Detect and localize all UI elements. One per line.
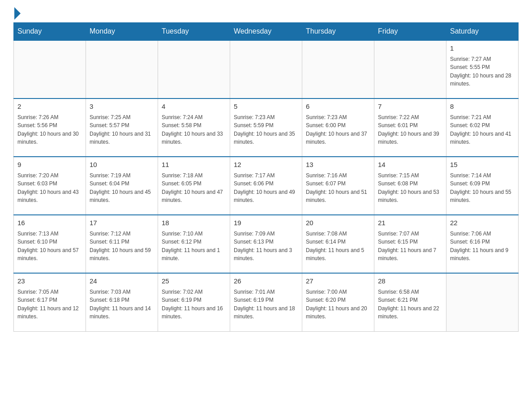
day-number: 7 [378, 102, 442, 112]
calendar-cell: 10Sunrise: 7:19 AM Sunset: 6:04 PM Dayli… [86, 157, 158, 215]
day-info: Sunrise: 7:22 AM Sunset: 6:01 PM Dayligh… [378, 113, 442, 146]
day-number: 9 [17, 160, 82, 170]
calendar-cell: 25Sunrise: 7:02 AM Sunset: 6:19 PM Dayli… [158, 273, 230, 331]
day-number: 2 [17, 102, 82, 112]
calendar-cell: 13Sunrise: 7:16 AM Sunset: 6:07 PM Dayli… [302, 157, 374, 215]
day-number: 4 [162, 102, 226, 112]
header-thursday: Thursday [302, 23, 374, 41]
day-info: Sunrise: 7:25 AM Sunset: 5:57 PM Dayligh… [90, 113, 154, 146]
calendar-cell [374, 40, 446, 98]
day-info: Sunrise: 7:10 AM Sunset: 6:12 PM Dayligh… [162, 230, 226, 263]
day-number: 25 [162, 276, 226, 287]
day-number: 8 [450, 102, 515, 112]
day-number: 20 [306, 218, 370, 228]
calendar-cell: 28Sunrise: 6:58 AM Sunset: 6:21 PM Dayli… [374, 273, 446, 331]
calendar-cell: 8Sunrise: 7:21 AM Sunset: 6:02 PM Daylig… [446, 98, 519, 157]
day-number: 13 [306, 160, 370, 170]
day-info: Sunrise: 7:21 AM Sunset: 6:02 PM Dayligh… [450, 113, 515, 146]
calendar-cell: 21Sunrise: 7:07 AM Sunset: 6:15 PM Dayli… [374, 215, 446, 273]
day-info: Sunrise: 7:09 AM Sunset: 6:13 PM Dayligh… [234, 230, 298, 263]
calendar-week-1: 1Sunrise: 7:27 AM Sunset: 5:55 PM Daylig… [14, 40, 519, 98]
page-header [13, 9, 519, 18]
day-info: Sunrise: 7:13 AM Sunset: 6:10 PM Dayligh… [17, 230, 82, 263]
calendar-cell: 12Sunrise: 7:17 AM Sunset: 6:06 PM Dayli… [230, 157, 302, 215]
header-saturday: Saturday [446, 23, 519, 41]
calendar-cell: 1Sunrise: 7:27 AM Sunset: 5:55 PM Daylig… [446, 40, 519, 98]
calendar-cell: 14Sunrise: 7:15 AM Sunset: 6:08 PM Dayli… [374, 157, 446, 215]
header-sunday: Sunday [14, 23, 86, 41]
day-number: 5 [234, 102, 298, 112]
calendar-cell: 7Sunrise: 7:22 AM Sunset: 6:01 PM Daylig… [374, 98, 446, 157]
day-number: 24 [90, 276, 154, 287]
day-info: Sunrise: 7:23 AM Sunset: 5:59 PM Dayligh… [234, 113, 298, 146]
day-number: 12 [234, 160, 298, 170]
calendar-cell: 15Sunrise: 7:14 AM Sunset: 6:09 PM Dayli… [446, 157, 519, 215]
calendar-cell: 17Sunrise: 7:12 AM Sunset: 6:11 PM Dayli… [86, 215, 158, 273]
day-info: Sunrise: 7:27 AM Sunset: 5:55 PM Dayligh… [450, 55, 515, 88]
calendar-week-3: 9Sunrise: 7:20 AM Sunset: 6:03 PM Daylig… [14, 157, 519, 215]
day-info: Sunrise: 7:23 AM Sunset: 6:00 PM Dayligh… [306, 113, 370, 146]
day-info: Sunrise: 7:08 AM Sunset: 6:14 PM Dayligh… [306, 230, 370, 263]
calendar-cell [230, 40, 302, 98]
day-info: Sunrise: 7:01 AM Sunset: 6:19 PM Dayligh… [234, 288, 298, 321]
logo [13, 9, 21, 18]
day-info: Sunrise: 7:05 AM Sunset: 6:17 PM Dayligh… [17, 288, 82, 321]
calendar-week-2: 2Sunrise: 7:26 AM Sunset: 5:56 PM Daylig… [14, 98, 519, 157]
calendar-cell [302, 40, 374, 98]
calendar-cell: 18Sunrise: 7:10 AM Sunset: 6:12 PM Dayli… [158, 215, 230, 273]
day-info: Sunrise: 7:26 AM Sunset: 5:56 PM Dayligh… [17, 113, 82, 146]
day-info: Sunrise: 7:24 AM Sunset: 5:58 PM Dayligh… [162, 113, 226, 146]
day-info: Sunrise: 6:58 AM Sunset: 6:21 PM Dayligh… [378, 288, 442, 321]
day-number: 28 [378, 276, 442, 287]
day-number: 16 [17, 218, 82, 228]
day-info: Sunrise: 7:20 AM Sunset: 6:03 PM Dayligh… [17, 171, 82, 205]
calendar-cell: 19Sunrise: 7:09 AM Sunset: 6:13 PM Dayli… [230, 215, 302, 273]
day-info: Sunrise: 7:03 AM Sunset: 6:18 PM Dayligh… [90, 288, 154, 321]
logo-arrow-icon [14, 7, 21, 20]
day-info: Sunrise: 7:18 AM Sunset: 6:05 PM Dayligh… [162, 171, 226, 205]
calendar-cell: 20Sunrise: 7:08 AM Sunset: 6:14 PM Dayli… [302, 215, 374, 273]
day-info: Sunrise: 7:14 AM Sunset: 6:09 PM Dayligh… [450, 171, 515, 205]
day-number: 18 [162, 218, 226, 228]
calendar-cell: 24Sunrise: 7:03 AM Sunset: 6:18 PM Dayli… [86, 273, 158, 331]
day-number: 14 [378, 160, 442, 170]
day-info: Sunrise: 7:19 AM Sunset: 6:04 PM Dayligh… [90, 171, 154, 205]
day-number: 19 [234, 218, 298, 228]
day-number: 10 [90, 160, 154, 170]
calendar-cell: 27Sunrise: 7:00 AM Sunset: 6:20 PM Dayli… [302, 273, 374, 331]
day-info: Sunrise: 7:12 AM Sunset: 6:11 PM Dayligh… [90, 230, 154, 263]
day-number: 23 [17, 276, 82, 287]
day-info: Sunrise: 7:06 AM Sunset: 6:16 PM Dayligh… [450, 230, 515, 263]
day-info: Sunrise: 7:16 AM Sunset: 6:07 PM Dayligh… [306, 171, 370, 205]
calendar-cell: 26Sunrise: 7:01 AM Sunset: 6:19 PM Dayli… [230, 273, 302, 331]
calendar-header-row: SundayMondayTuesdayWednesdayThursdayFrid… [14, 23, 519, 41]
header-tuesday: Tuesday [158, 23, 230, 41]
header-wednesday: Wednesday [230, 23, 302, 41]
calendar-week-4: 16Sunrise: 7:13 AM Sunset: 6:10 PM Dayli… [14, 215, 519, 273]
calendar-cell: 4Sunrise: 7:24 AM Sunset: 5:58 PM Daylig… [158, 98, 230, 157]
calendar-cell: 5Sunrise: 7:23 AM Sunset: 5:59 PM Daylig… [230, 98, 302, 157]
day-number: 22 [450, 218, 515, 228]
calendar-table: SundayMondayTuesdayWednesdayThursdayFrid… [13, 22, 519, 332]
calendar-cell [86, 40, 158, 98]
day-number: 17 [90, 218, 154, 228]
day-info: Sunrise: 7:07 AM Sunset: 6:15 PM Dayligh… [378, 230, 442, 263]
calendar-cell [446, 273, 519, 331]
calendar-cell: 2Sunrise: 7:26 AM Sunset: 5:56 PM Daylig… [14, 98, 86, 157]
day-number: 26 [234, 276, 298, 287]
calendar-cell: 11Sunrise: 7:18 AM Sunset: 6:05 PM Dayli… [158, 157, 230, 215]
calendar-cell: 23Sunrise: 7:05 AM Sunset: 6:17 PM Dayli… [14, 273, 86, 331]
header-friday: Friday [374, 23, 446, 41]
day-number: 1 [450, 43, 515, 54]
day-number: 21 [378, 218, 442, 228]
header-monday: Monday [86, 23, 158, 41]
day-info: Sunrise: 7:15 AM Sunset: 6:08 PM Dayligh… [378, 171, 442, 205]
calendar-week-5: 23Sunrise: 7:05 AM Sunset: 6:17 PM Dayli… [14, 273, 519, 331]
day-number: 6 [306, 102, 370, 112]
calendar-cell: 9Sunrise: 7:20 AM Sunset: 6:03 PM Daylig… [14, 157, 86, 215]
day-number: 15 [450, 160, 515, 170]
calendar-cell: 22Sunrise: 7:06 AM Sunset: 6:16 PM Dayli… [446, 215, 519, 273]
day-info: Sunrise: 7:02 AM Sunset: 6:19 PM Dayligh… [162, 288, 226, 321]
day-info: Sunrise: 7:17 AM Sunset: 6:06 PM Dayligh… [234, 171, 298, 205]
day-number: 11 [162, 160, 226, 170]
